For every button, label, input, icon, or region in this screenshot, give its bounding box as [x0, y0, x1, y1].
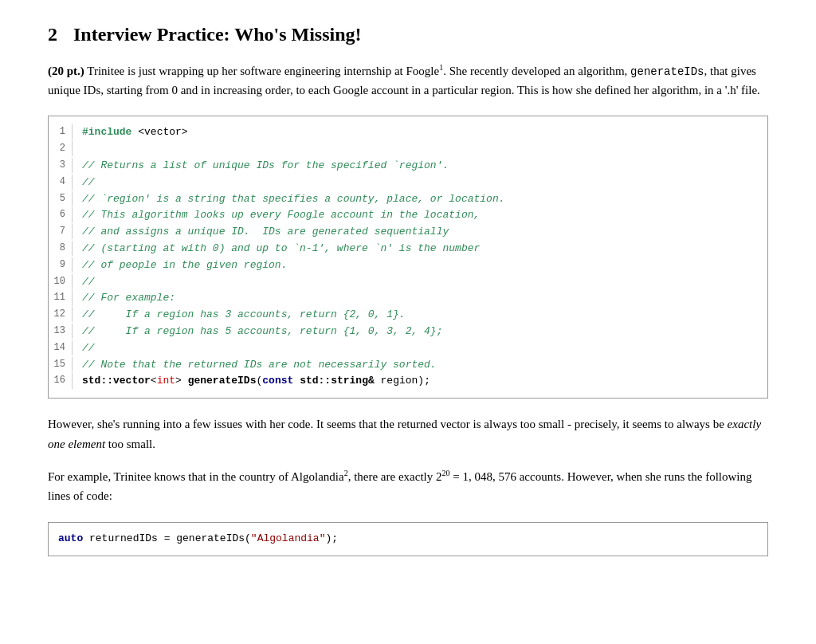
code-line-12: 12 // If a region has 3 accounts, return… [49, 307, 767, 324]
code-line-10: 10 // [49, 274, 767, 291]
code-content-5: // `region' is a string that specifies a… [82, 191, 767, 208]
code-line-5: 5 // `region' is a string that specifies… [49, 191, 767, 208]
code-line-8: 8 // (starting at with 0) and up to `n-1… [49, 241, 767, 257]
section-title: Interview Practice: Who's Missing! [73, 24, 362, 45]
paragraph-1: However, she's running into a few issues… [48, 414, 768, 454]
code-content-7: // and assigns a unique ID. IDs are gene… [82, 224, 767, 241]
code-line-1: 1 #include <vector> [49, 124, 767, 141]
header-code-block: 1 #include <vector> 2 3 // Returns a lis… [48, 116, 768, 399]
intro-text2: . She recently developed an algorithm, [443, 65, 630, 77]
para2-text2: , there are exactly 2 [348, 470, 442, 483]
line-num-2: 2 [49, 141, 73, 156]
line-num-6: 6 [49, 207, 73, 222]
code-content-13: // If a region has 5 accounts, return {1… [82, 324, 767, 340]
line-num-5: 5 [49, 191, 73, 206]
para1-text1: However, she's running into a few issues… [48, 418, 728, 430]
code-content-15: // Note that the returned IDs are not ne… [82, 357, 767, 374]
code-line-11: 11 // For example: [49, 290, 767, 307]
paragraph-2: For example, Trinitee knows that in the … [48, 467, 768, 507]
line-num-3: 3 [49, 158, 73, 173]
code-line-13: 13 // If a region has 5 accounts, return… [49, 324, 767, 340]
line-num-11: 11 [49, 290, 73, 305]
code-content-14: // [82, 340, 767, 357]
line-num-1: 1 [49, 124, 73, 139]
code-line-3: 3 // Returns a list of unique IDs for th… [49, 158, 767, 175]
line-num-7: 7 [49, 224, 73, 239]
code-content-12: // If a region has 3 accounts, return {2… [82, 307, 767, 324]
intro-text1: Trinitee is just wrapping up her softwar… [84, 65, 439, 77]
section-number: 2 [48, 24, 57, 45]
section-container: 2 Interview Practice: Who's Missing! (20… [48, 24, 768, 556]
para2-text1: For example, Trinitee knows that in the … [48, 470, 344, 483]
algorithm-name: generateIDs [630, 65, 704, 78]
line-num-16: 16 [49, 373, 73, 388]
line-num-15: 15 [49, 357, 73, 372]
code-content-2 [82, 141, 767, 158]
code-content-9: // of people in the given region. [82, 257, 767, 274]
bottom-code-block: auto returnedIDs = generateIDs("Algoland… [48, 522, 768, 556]
line-num-8: 8 [49, 241, 73, 256]
code-content-4: // [82, 175, 767, 191]
code-line-4: 4 // [49, 175, 767, 191]
para1-text2: too small. [105, 438, 155, 450]
code-line-15: 15 // Note that the returned IDs are not… [49, 357, 767, 374]
problem-intro: (20 pt.) Trinitee is just wrapping up he… [48, 61, 768, 100]
code-content-6: // This algorithm looks up every Foogle … [82, 207, 767, 224]
code-line-14: 14 // [49, 340, 767, 357]
code-content-8: // (starting at with 0) and up to `n-1',… [82, 241, 767, 257]
exponent-20: 20 [441, 469, 449, 477]
bottom-code-line1: auto returnedIDs = generateIDs("Algoland… [58, 532, 338, 544]
code-content-11: // For example: [82, 290, 767, 307]
code-line-9: 9 // of people in the given region. [49, 257, 767, 274]
code-content-1: #include <vector> [82, 124, 767, 141]
line-num-12: 12 [49, 307, 73, 322]
code-line-2: 2 [49, 141, 767, 158]
code-content-16: std::vector<int> generateIDs(const std::… [82, 373, 767, 390]
code-content-10: // [82, 274, 767, 291]
code-line-16: 16 std::vector<int> generateIDs(const st… [49, 373, 767, 390]
line-num-9: 9 [49, 257, 73, 273]
code-line-6: 6 // This algorithm looks up every Foogl… [49, 207, 767, 224]
code-content-3: // Returns a list of unique IDs for the … [82, 158, 767, 175]
line-num-14: 14 [49, 340, 73, 355]
line-num-10: 10 [49, 274, 73, 289]
section-header: 2 Interview Practice: Who's Missing! [48, 24, 768, 45]
line-num-4: 4 [49, 175, 73, 190]
code-line-7: 7 // and assigns a unique ID. IDs are ge… [49, 224, 767, 241]
line-num-13: 13 [49, 324, 73, 339]
points-label: (20 pt.) [48, 65, 84, 77]
